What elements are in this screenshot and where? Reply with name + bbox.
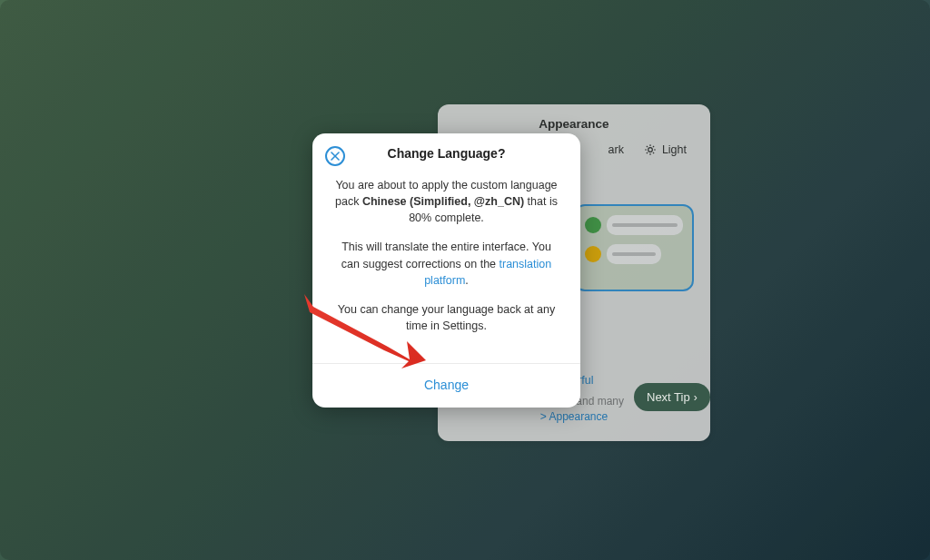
theme-dark-option[interactable]: ark bbox=[608, 143, 624, 156]
preview-colorful-tile[interactable] bbox=[574, 204, 694, 291]
theme-light-option[interactable]: Light bbox=[644, 143, 687, 156]
svg-line-6 bbox=[653, 152, 654, 153]
close-button[interactable] bbox=[325, 146, 345, 166]
svg-line-5 bbox=[647, 146, 648, 147]
preview-bubble-row bbox=[585, 215, 683, 235]
theme-dark-label: ark bbox=[608, 143, 624, 156]
dialog-footer: Change bbox=[312, 363, 580, 408]
dialog-body: You are about to apply the custom langua… bbox=[312, 173, 580, 363]
dialog-paragraph-3: You can change your language back at any… bbox=[332, 301, 560, 334]
avatar-icon bbox=[585, 246, 601, 262]
dialog-header: Change Language? bbox=[312, 133, 580, 173]
theme-light-label: Light bbox=[662, 143, 687, 156]
chevron-right-icon: › bbox=[694, 392, 698, 403]
next-tip-label: Next Tip bbox=[647, 390, 690, 404]
close-icon bbox=[331, 152, 340, 161]
svg-point-0 bbox=[648, 148, 653, 152]
appearance-title: Appearance bbox=[454, 117, 694, 131]
change-button[interactable]: Change bbox=[424, 378, 469, 392]
change-language-dialog: Change Language? You are about to apply … bbox=[312, 133, 580, 408]
preview-bubble-row bbox=[585, 244, 683, 264]
chat-bubble-preview bbox=[607, 215, 683, 235]
dialog-paragraph-2: This will translate the entire interface… bbox=[332, 239, 560, 288]
avatar-icon bbox=[585, 217, 601, 233]
sun-icon bbox=[644, 143, 657, 156]
dialog-title: Change Language? bbox=[327, 146, 566, 161]
svg-line-7 bbox=[647, 152, 648, 153]
chat-bubble-preview bbox=[607, 244, 661, 264]
next-tip-button[interactable]: Next Tip › bbox=[634, 383, 710, 411]
svg-line-8 bbox=[653, 146, 654, 147]
dialog-paragraph-1: You are about to apply the custom langua… bbox=[332, 177, 560, 226]
appearance-footer-link[interactable]: > Appearance bbox=[540, 410, 608, 423]
